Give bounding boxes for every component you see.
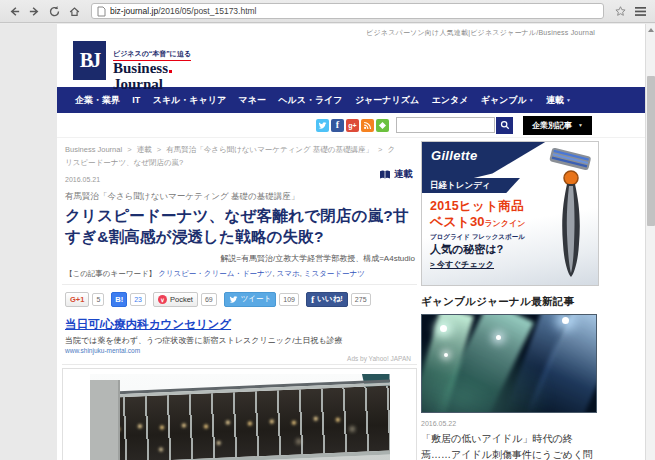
keyword-link[interactable]: クリスピー・クリーム・ドーナツ (158, 269, 272, 278)
nav-item-journalism[interactable]: ジャーナリズム (355, 94, 419, 107)
ad-cta-link[interactable]: > 今すぐチェック (430, 259, 494, 270)
nav-item-gamble[interactable]: ギャンブル▼ (481, 94, 534, 107)
breadcrumb-home[interactable]: Business Journal (65, 145, 122, 154)
home-button[interactable] (66, 3, 83, 20)
gillette-ad-banner[interactable]: Gillette 日経トレンディ 2015ヒット商品 ベスト30ランクイン プロ… (421, 141, 599, 286)
article-keywords: 【この記事のキーワード】 クリスピー・クリーム・ドーナツ, スマホ, ミスタード… (62, 269, 417, 285)
address-bar[interactable]: biz-journal.jp/2016/05/post_15173.html (91, 3, 604, 19)
reload-icon (48, 5, 61, 18)
scrollbar[interactable] (645, 24, 655, 460)
pocket-count: 69 (201, 293, 217, 306)
pocket-icon: ∨ (158, 295, 167, 304)
back-button[interactable] (6, 3, 23, 20)
keywords-label: 【この記事のキーワード】 (65, 269, 156, 278)
tweet-button[interactable]: ツイート (224, 292, 277, 307)
breadcrumb-series[interactable]: 連載 (137, 145, 152, 154)
nav-item-skill-career[interactable]: スキル・キャリア (153, 94, 226, 107)
article-photo-frame: Krispy Kreme DOUGHNUTS COFFEE (62, 368, 417, 460)
url-domain: biz-journal.jp (110, 6, 158, 16)
nav-item-health-life[interactable]: ヘルス・ライフ (278, 94, 342, 107)
ad-tagline: 人気の秘密は? (430, 242, 503, 257)
forward-icon (28, 5, 41, 18)
site-tagline: ビジネスパーソン向け人気連載|ビジネスジャーナル/Business Journa… (57, 24, 645, 38)
feedly-icon[interactable] (376, 119, 389, 132)
gplus-icon[interactable]: g+ (346, 119, 359, 132)
scroll-up-icon (648, 28, 654, 32)
ad-product-name: プログライド フレックスボール (430, 233, 525, 242)
twitter-bird-icon (229, 295, 238, 304)
bookmark-star-button[interactable] (612, 3, 629, 20)
article-byline: 解説=有馬賢治/立教大学経営学部教授、構成=A4studio (62, 253, 417, 264)
search-icon (500, 120, 510, 130)
url-path: /2016/05/post_15173.html (158, 6, 256, 16)
hamburger-menu-icon (634, 6, 647, 17)
main-column: Business Journal > 連載 > 有馬賢治「今さら聞けないマーケテ… (62, 138, 417, 460)
star-icon (614, 5, 627, 18)
search-button[interactable] (496, 117, 513, 134)
keyword-link[interactable]: ミスタードーナツ (304, 269, 365, 278)
photo-glass-wall (90, 382, 390, 460)
facebook-like-button[interactable]: fいいね! (306, 292, 348, 307)
nav-item-money[interactable]: マネー (239, 94, 266, 107)
gillette-logo: Gillette (431, 148, 477, 163)
nav-item-industry[interactable]: 企業・業界 (75, 94, 120, 107)
company-articles-button[interactable]: 企業別記事 ▼ (523, 116, 592, 135)
scroll-up-button[interactable] (646, 24, 655, 35)
scrollbar-thumb[interactable] (647, 76, 655, 226)
chevron-down-icon: ▼ (529, 97, 534, 103)
search-input[interactable] (396, 117, 495, 133)
logo-mark: BJ (73, 41, 106, 80)
nav-item-it[interactable]: IT (132, 95, 140, 105)
photo-concrete-pillar (90, 380, 120, 460)
article-date: 2016.05.21 (62, 176, 417, 183)
yahoo-ad-description: 当院では薬を使わず、うつ症状改善に新宿ストレスクリニック/土日祝も診療 (65, 335, 415, 346)
breadcrumb: Business Journal > 連載 > 有馬賢治「今さら聞けないマーケテ… (62, 138, 417, 173)
share-bar: G+1 5 B! 23 ∨Pocket 69 (62, 292, 417, 307)
logo-red-dot (169, 70, 172, 73)
latest-article-thumbnail[interactable] (421, 314, 597, 413)
razor-image (534, 146, 596, 282)
social-search-bar: f g+ 企業別記事 ▼ (57, 113, 645, 138)
chevron-down-icon: ▼ (578, 122, 583, 128)
hatena-count: 23 (130, 293, 146, 306)
sidebar: Gillette 日経トレンディ 2015ヒット商品 ベスト30ランクイン プロ… (421, 138, 601, 460)
pocket-share-button[interactable]: ∨Pocket (153, 292, 198, 307)
hatena-icon: B! (115, 295, 123, 304)
spotlight (562, 317, 569, 324)
yahoo-ad-credit: Ads by Yahoo! JAPAN (65, 355, 415, 362)
series-badge[interactable]: 連載 (379, 168, 413, 181)
back-icon (8, 5, 21, 18)
twitter-icon[interactable] (316, 119, 329, 132)
facebook-icon[interactable]: f (331, 119, 344, 132)
browser-window: biz-journal.jp/2016/05/post_15173.html ビ… (0, 0, 655, 460)
site-logo[interactable]: BJ ビジネスの“本音”に迫る Business Journal (57, 38, 645, 87)
nav-item-entertainment[interactable]: エンタメ (432, 94, 469, 107)
ad-band: 日経トレンディ (422, 178, 520, 193)
spotlight (496, 335, 501, 340)
facebook-icon: f (311, 294, 314, 305)
browser-toolbar: biz-journal.jp/2016/05/post_15173.html (0, 0, 655, 23)
article-series-title: 有馬賢治「今さら聞けないマーケティング 基礎の基礎講座」 (62, 191, 417, 203)
breadcrumb-series-title[interactable]: 有馬賢治「今さら聞けないマーケティング 基礎の基礎講座」 (166, 145, 373, 154)
ad-headline2: ベスト30ランクイン (430, 213, 525, 231)
keyword-link[interactable]: スマホ (277, 269, 300, 278)
hatena-share-button[interactable]: B! (111, 292, 127, 307)
like-count: 275 (351, 293, 371, 306)
home-icon (68, 5, 81, 18)
yahoo-ad-title-link[interactable]: 当日可/心療内科カウンセリング (65, 317, 415, 332)
tweet-count: 109 (279, 293, 299, 306)
reload-button[interactable] (46, 3, 63, 20)
latest-article-date: 2016.05.22 (421, 420, 601, 427)
browser-menu-button[interactable] (632, 3, 649, 20)
logo-name-line2: Journal (113, 77, 191, 93)
gplus-count: 5 (92, 293, 104, 306)
nav-item-series[interactable]: 連載▼ (546, 94, 571, 107)
forward-button[interactable] (26, 3, 43, 20)
yahoo-ad: 当日可/心療内科カウンセリング 当院では薬を使わず、うつ症状改善に新宿ストレスク… (62, 313, 417, 365)
rss-icon[interactable] (361, 119, 374, 132)
gplus-share-button[interactable]: G+1 (65, 292, 89, 307)
latest-article-title[interactable]: 「敷居の低いアイドル」時代の終焉……アイドル刺傷事件にうごめく問題とは (421, 431, 601, 460)
page-icon (97, 6, 106, 17)
yahoo-ad-url: www.shinjuku-mental.com (65, 347, 415, 354)
page-viewport: ビジネスパーソン向け人気連載|ビジネスジャーナル/Business Journa… (0, 24, 655, 460)
